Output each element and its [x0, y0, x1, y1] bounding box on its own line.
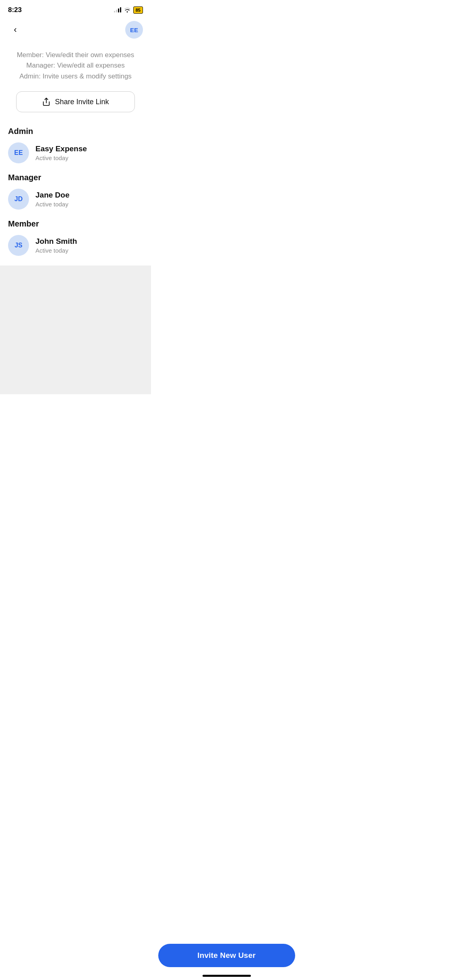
role-label-manager: Manager [8, 173, 143, 182]
back-chevron-icon: ‹ [14, 25, 17, 35]
status-time: 8:23 [8, 6, 22, 14]
member-info-ee: Easy Expense Active today [35, 144, 87, 161]
user-avatar[interactable]: EE [125, 21, 143, 39]
member-item-ee[interactable]: EE Easy Expense Active today [8, 142, 143, 163]
member-info-jd: Jane Doe Active today [35, 191, 69, 208]
member-status-ee: Active today [35, 154, 87, 161]
gray-background [0, 266, 151, 394]
member-name-ee: Easy Expense [35, 144, 87, 154]
status-icons: 85 [114, 6, 143, 14]
role-label-admin: Admin [8, 127, 143, 136]
description-text: Member: View/edit their own expenses Man… [10, 50, 141, 82]
description-section: Member: View/edit their own expenses Man… [0, 43, 151, 91]
member-status-js: Active today [35, 247, 77, 254]
battery-icon: 85 [133, 6, 143, 14]
member-name-js: John Smith [35, 237, 77, 246]
avatar-jd: JD [8, 189, 29, 210]
share-invite-link-button[interactable]: Share Invite Link [16, 91, 135, 112]
signal-icon [114, 8, 121, 12]
member-item-jd[interactable]: JD Jane Doe Active today [8, 189, 143, 210]
member-info-js: John Smith Active today [35, 237, 77, 254]
member-item-js[interactable]: JS John Smith Active today [8, 235, 143, 256]
share-button-container: Share Invite Link [0, 91, 151, 125]
member-name-jd: Jane Doe [35, 191, 69, 200]
role-label-member: Member [8, 219, 143, 229]
members-section: Admin EE Easy Expense Active today Manag… [0, 127, 151, 256]
member-status-jd: Active today [35, 201, 69, 208]
avatar-ee: EE [8, 142, 29, 163]
nav-bar: ‹ EE [0, 18, 151, 43]
share-icon [42, 97, 51, 106]
avatar-js: JS [8, 235, 29, 256]
back-button[interactable]: ‹ [8, 23, 23, 37]
status-bar: 8:23 85 [0, 0, 151, 18]
wifi-icon [124, 7, 131, 14]
